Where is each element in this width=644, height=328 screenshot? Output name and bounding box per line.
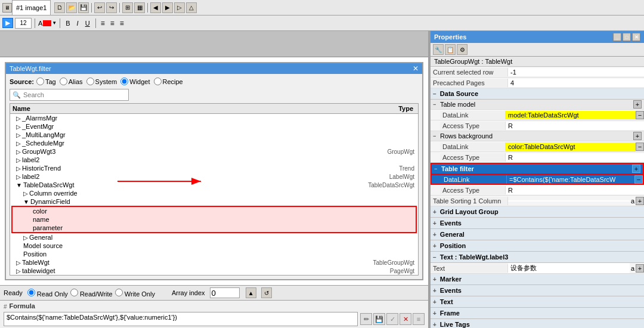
datalink-filter-remove-button[interactable]: − [634, 175, 643, 184]
maximize-button[interactable]: □ [623, 33, 631, 41]
grid-icon[interactable]: ⊞ [122, 2, 133, 13]
mode-button[interactable]: ▶ [2, 18, 13, 28]
radio-widget[interactable]: Widget [120, 78, 150, 85]
open-icon[interactable]: 📂 [66, 2, 77, 13]
tree-area[interactable]: Name Type ▷ _AlarmsMgr ▷ [10, 103, 419, 276]
formula-save-icon[interactable]: 💾 [373, 313, 385, 325]
tree-item-alarmsmgr[interactable]: ▷ _AlarmsMgr [10, 114, 418, 122]
save-icon[interactable]: 💾 [78, 2, 89, 13]
tree-item-tablewidget[interactable]: ▷ tablewidget PageWgt [10, 267, 418, 275]
tree-item-tablewgt[interactable]: ▷ TableWgt TableGroupWgt [10, 258, 418, 267]
minimize-button[interactable]: _ [613, 33, 621, 41]
read-write-label[interactable]: Read/Write [70, 289, 113, 298]
tree-item-modelsource[interactable]: Model source [10, 242, 418, 250]
formula-edit-icon[interactable]: ✏ [360, 313, 372, 325]
underline-button[interactable]: U [83, 18, 92, 29]
tree-item-historictrend[interactable]: ▷ HistoricTrend Trend [10, 164, 418, 172]
tree-item-tabledatasrcwgt[interactable]: ▼ TableDataSrcWgt TableDataSrcWgt [10, 181, 418, 189]
datalink-filter-value[interactable]: =$Contains(${'name:TableDataSrcW [507, 175, 634, 184]
tree-item-parameter[interactable]: parameter [13, 224, 416, 232]
font-size-input[interactable]: 12 [15, 18, 32, 29]
props-icon3[interactable]: ⚙ [457, 44, 467, 55]
italic-button[interactable]: I [75, 18, 81, 29]
datalink-rows-value[interactable]: color:TableDataSrcWgt [506, 143, 636, 151]
props-icon1[interactable]: 🔧 [433, 44, 444, 55]
expand-label2[interactable]: ▷ [16, 157, 21, 163]
expand-general[interactable]: ▷ [23, 234, 28, 241]
tree-item-eventmgr[interactable]: ▷ _EventMgr [10, 122, 418, 131]
expand-eventmgr[interactable]: ▷ [16, 123, 21, 130]
access-type-filter-value[interactable]: R [506, 186, 644, 194]
align-left-button[interactable]: ≡ [99, 18, 107, 29]
access-type-rows-value[interactable]: R [506, 153, 644, 162]
radio-recipe[interactable]: Recipe [154, 78, 183, 85]
table-filter-add-button[interactable]: + [632, 165, 640, 173]
refresh-icon[interactable]: ↺ [261, 287, 272, 298]
read-only-label[interactable]: Read Only [27, 289, 68, 298]
frame-header[interactable]: + Frame [431, 308, 644, 319]
redo-icon[interactable]: ↪ [106, 2, 117, 13]
rows-background-add-button[interactable]: + [633, 132, 642, 140]
tree-item-groupwgt3[interactable]: ▷ GroupWgt3 GroupWgt [10, 147, 418, 156]
bold-button[interactable]: B [63, 18, 72, 29]
events-header[interactable]: + Events [431, 218, 644, 229]
radio-tag[interactable]: Tag [36, 78, 56, 85]
undo-icon[interactable]: ↩ [94, 2, 105, 13]
text-label3-header[interactable]: − Text : TableWgt.label3 [431, 252, 644, 263]
canvas-area[interactable] [0, 31, 428, 57]
tree-item-label2b[interactable]: ▷ label2 LabelWgt [10, 172, 418, 181]
tree-item-columnoverride[interactable]: ▷ Column override [10, 189, 418, 197]
datalink-rows-remove-button[interactable]: − [636, 143, 644, 151]
table-sorting-value[interactable] [508, 200, 630, 202]
table-model-add-button[interactable]: + [633, 100, 642, 109]
formula-content[interactable]: $Contains(${'name:TableDataSrcWgt'},${'v… [4, 312, 358, 326]
props-icon2[interactable]: 📋 [445, 44, 456, 55]
radio-system[interactable]: System [86, 78, 117, 85]
text2-header[interactable]: + Text [431, 296, 644, 308]
font-color-picker[interactable]: A ▼ [38, 20, 57, 27]
datalink-model-value[interactable]: model:TableDataSrcWgt [506, 111, 636, 119]
expand-tablewidget[interactable]: ▷ [16, 268, 21, 274]
tree-item-dynamicfield[interactable]: ▼ DynamicField [10, 197, 418, 206]
view-icon[interactable]: ▦ [134, 2, 145, 13]
data-source-header[interactable]: − Data Source [431, 88, 644, 100]
filter-close-button[interactable]: ✕ [413, 64, 419, 73]
tree-item-schedulemgr[interactable]: ▷ _ScheduleMgr [10, 139, 418, 147]
events2-header[interactable]: + Events [431, 285, 644, 296]
text-add-button[interactable]: + [636, 264, 644, 273]
read-only-radio[interactable] [27, 289, 35, 296]
table-filter-header[interactable]: − Table filter + [431, 163, 644, 174]
write-only-label[interactable]: Write Only [115, 289, 155, 298]
close-button[interactable]: ✕ [632, 33, 640, 41]
array-index-input[interactable]: 0 [210, 287, 240, 298]
datalink-model-remove-button[interactable]: − [636, 111, 644, 119]
tree-item-position[interactable]: Position [10, 250, 418, 258]
general-header[interactable]: + General [431, 229, 644, 240]
search-box[interactable]: 🔍 [10, 89, 129, 101]
expand-historictrend[interactable]: ▷ [16, 165, 21, 172]
radio-alias[interactable]: Alias [60, 78, 83, 85]
properties-content[interactable]: Current selected row -1 Precached Pages … [431, 67, 644, 328]
play-icon[interactable]: △ [186, 2, 197, 13]
table-sorting-add-button[interactable]: + [636, 197, 644, 205]
expand-multilangmgr[interactable]: ▷ [16, 132, 21, 138]
align-center-button[interactable]: ≡ [109, 18, 116, 29]
main-tab[interactable]: #1 image1 [12, 0, 51, 16]
next-icon[interactable]: ▶ [162, 2, 173, 13]
tree-item-name[interactable]: name [13, 215, 416, 224]
expand-dynamicfield[interactable]: ▼ [23, 199, 29, 205]
expand-tabledatasrcwgt[interactable]: ▼ [16, 182, 22, 188]
access-type-model-value[interactable]: R [506, 122, 644, 130]
formula-extra-icon[interactable]: ≡ [413, 313, 425, 325]
current-selected-value[interactable]: -1 [508, 68, 644, 76]
tree-item-multilangmgr[interactable]: ▷ _MultiLangMgr [10, 131, 418, 139]
run-icon[interactable]: ▷ [174, 2, 185, 13]
formula-check-icon[interactable]: ✓ [386, 313, 398, 325]
precached-pages-value[interactable]: 4 [508, 79, 644, 87]
live-tags-header[interactable]: + Live Tags [431, 319, 644, 328]
array-up-icon[interactable]: ▲ [246, 287, 256, 298]
align-right-button[interactable]: ≡ [118, 18, 126, 29]
search-input[interactable] [23, 91, 126, 98]
text-value3-value[interactable]: 设备参数 [508, 263, 630, 273]
expand-label2b[interactable]: ▷ [16, 174, 21, 180]
